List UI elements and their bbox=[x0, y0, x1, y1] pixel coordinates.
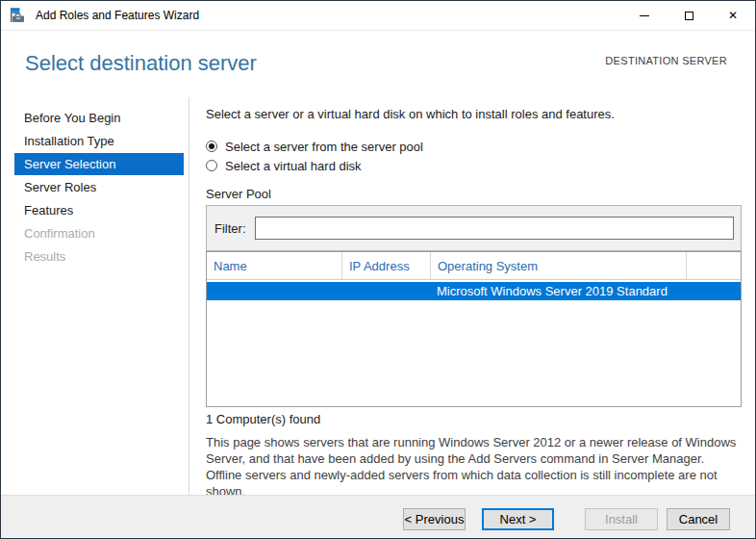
radio-server-pool-label: Select a server from the server pool bbox=[225, 140, 423, 154]
radio-select-server-pool[interactable]: Select a server from the server pool bbox=[206, 137, 742, 156]
row-cell-os: Microsoft Windows Server 2019 Standard bbox=[430, 284, 718, 298]
maximize-button[interactable] bbox=[667, 1, 711, 30]
cancel-button[interactable]: Cancel bbox=[667, 508, 730, 530]
destination-radio-group: Select a server from the server pool Sel… bbox=[206, 137, 742, 175]
maximize-icon bbox=[685, 12, 693, 20]
wizard-window: Add Roles and Features Wizard ✕ Select d… bbox=[0, 0, 756, 539]
next-button[interactable]: Next > bbox=[482, 508, 554, 530]
server-pool-table: Name IP Address Operating System Microso… bbox=[206, 251, 742, 407]
column-header-ip-address[interactable]: IP Address bbox=[341, 252, 430, 279]
sidebar-item-before-you-begin[interactable]: Before You Begin bbox=[14, 107, 184, 129]
radio-selected-icon bbox=[206, 141, 217, 152]
sidebar-item-server-roles[interactable]: Server Roles bbox=[14, 176, 184, 198]
destination-server-label: DESTINATION SERVER bbox=[605, 55, 727, 66]
previous-button[interactable]: < Previous bbox=[403, 508, 466, 530]
page-description: This page shows servers that are running… bbox=[206, 434, 742, 500]
server-pool-heading: Server Pool bbox=[206, 187, 742, 201]
filter-panel: Filter: bbox=[206, 205, 742, 251]
close-button[interactable]: ✕ bbox=[711, 1, 755, 30]
server-manager-icon bbox=[10, 8, 27, 23]
table-row[interactable]: Microsoft Windows Server 2019 Standard bbox=[207, 282, 741, 300]
column-header-operating-system[interactable]: Operating System bbox=[430, 252, 686, 279]
page-title: Select destination server bbox=[25, 51, 257, 76]
close-icon: ✕ bbox=[728, 10, 738, 21]
sidebar-item-results: Results bbox=[14, 245, 184, 268]
instruction-text: Select a server or a virtual hard disk o… bbox=[206, 107, 742, 121]
minimize-icon bbox=[640, 15, 649, 16]
table-header-row: Name IP Address Operating System bbox=[207, 252, 741, 280]
footer-bar: < Previous Next > Install Cancel bbox=[1, 495, 755, 538]
sidebar-item-installation-type[interactable]: Installation Type bbox=[14, 130, 184, 152]
computers-found-count: 1 Computer(s) found bbox=[206, 412, 742, 426]
minimize-button[interactable] bbox=[622, 1, 667, 30]
radio-unselected-icon bbox=[206, 160, 217, 171]
window-controls: ✕ bbox=[622, 1, 755, 30]
install-button: Install bbox=[585, 508, 658, 530]
filter-input[interactable] bbox=[255, 217, 735, 240]
sidebar-item-features[interactable]: Features bbox=[14, 199, 184, 221]
column-header-extra bbox=[686, 252, 741, 279]
column-header-name[interactable]: Name bbox=[207, 252, 341, 279]
window-title: Add Roles and Features Wizard bbox=[36, 9, 199, 22]
sidebar-item-confirmation: Confirmation bbox=[14, 222, 184, 244]
sidebar-item-server-selection[interactable]: Server Selection bbox=[14, 153, 184, 175]
radio-select-vhd[interactable]: Select a virtual hard disk bbox=[206, 156, 742, 175]
main-content: Select a server or a virtual hard disk o… bbox=[206, 97, 742, 512]
title-bar: Add Roles and Features Wizard ✕ bbox=[1, 1, 755, 31]
wizard-steps-sidebar: Before You Begin Installation Type Serve… bbox=[1, 97, 189, 495]
radio-vhd-label: Select a virtual hard disk bbox=[225, 159, 362, 173]
filter-label: Filter: bbox=[214, 221, 246, 236]
